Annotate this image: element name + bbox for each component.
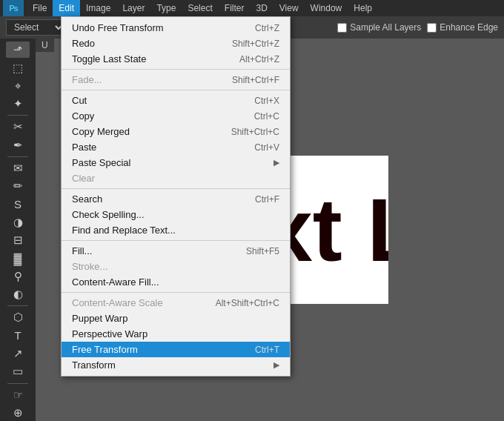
undo-label: Undo Free Transform (72, 22, 164, 33)
clear-label: Clear (72, 173, 95, 184)
tool-stamp[interactable]: S (6, 196, 30, 212)
menubar-item-file[interactable]: File (27, 0, 53, 16)
paste-special-arrow: ▶ (273, 158, 279, 168)
menu-item-find-replace[interactable]: Find and Replace Text... (62, 222, 290, 238)
enhance-edge-label: Enhance Edge (440, 22, 498, 33)
stroke-label: Stroke... (72, 261, 107, 272)
tool-text[interactable]: T (6, 328, 30, 344)
menu-item-check-spelling[interactable]: Check Spelling... (62, 207, 290, 222)
search-shortcut: Ctrl+F (255, 194, 279, 205)
menubar-item-help[interactable]: Help (348, 0, 378, 16)
tool-move[interactable]: ⬏ (6, 42, 30, 58)
tool-eraser[interactable]: ⊟ (6, 232, 30, 248)
transform-arrow: ▶ (273, 360, 279, 370)
menu-item-puppet-warp[interactable]: Puppet Warp (62, 311, 290, 326)
tool-brush[interactable]: ✏ (6, 178, 30, 194)
toggle-last-state-shortcut: Alt+Ctrl+Z (239, 54, 279, 64)
content-aware-scale-shortcut: Alt+Shift+Ctrl+C (216, 298, 279, 308)
menubar-item-window[interactable]: Window (305, 0, 348, 16)
menu-item-transform[interactable]: Transform ▶ (62, 357, 290, 373)
copy-merged-label: Copy Merged (72, 126, 130, 137)
menu-item-free-transform[interactable]: Free Transform Ctrl+T (62, 342, 290, 357)
check-spelling-label: Check Spelling... (72, 209, 145, 220)
tool-history[interactable]: ◑ (6, 214, 30, 231)
menu-item-content-aware-scale: Content-Aware Scale Alt+Shift+Ctrl+C (62, 295, 290, 311)
free-transform-shortcut: Ctrl+T (255, 345, 279, 355)
tool-hand[interactable]: ☞ (6, 386, 30, 402)
menu-item-undo[interactable]: Undo Free Transform Ctrl+Z (62, 20, 290, 36)
content-aware-scale-label: Content-Aware Scale (72, 297, 163, 308)
undo-shortcut: Ctrl+Z (255, 23, 279, 33)
separator-1 (62, 69, 290, 70)
tool-path[interactable]: ↗ (6, 345, 30, 362)
menu-item-copy-merged[interactable]: Copy Merged Shift+Ctrl+C (62, 124, 290, 139)
left-sidebar: ⬏ ⬚ ⌖ ✦ ✂ ✒ ✉ ✏ S ◑ ⊟ ▓ ⚲ ◐ ⬡ T ↗ ▭ ☞ ⊕ (0, 39, 36, 421)
menu-item-stroke: Stroke... (62, 259, 290, 274)
separator-3 (62, 188, 290, 189)
sidebar-divider-2 (7, 156, 28, 157)
copy-label: Copy (72, 110, 94, 122)
cut-label: Cut (72, 95, 87, 106)
tool-gradient[interactable]: ▓ (6, 250, 30, 266)
menubar: Ps File Edit Image Layer Type Select Fil… (0, 0, 504, 16)
search-label: Search (72, 193, 102, 205)
menu-item-toggle-last-state[interactable]: Toggle Last State Alt+Ctrl+Z (62, 51, 290, 67)
tool-marquee[interactable]: ⬚ (6, 59, 30, 76)
menubar-item-3d[interactable]: 3D (250, 0, 273, 16)
menu-item-clear: Clear (62, 170, 290, 186)
menubar-item-select[interactable]: Select (182, 0, 218, 16)
fade-label: Fade... (72, 74, 102, 85)
ps-logo-icon: Ps (3, 0, 24, 16)
fill-label: Fill... (72, 245, 92, 256)
tool-crop[interactable]: ✂ (6, 119, 30, 135)
menu-item-paste-special[interactable]: Paste Special ▶ (62, 155, 290, 170)
menubar-item-image[interactable]: Image (80, 0, 116, 16)
tool-magic-wand[interactable]: ✦ (6, 96, 30, 112)
menubar-item-type[interactable]: Type (150, 0, 182, 16)
tool-shape[interactable]: ▭ (6, 363, 30, 379)
menu-item-cut[interactable]: Cut Ctrl+X (62, 93, 290, 108)
enhance-edge-checkbox[interactable] (427, 23, 437, 33)
separator-2 (62, 90, 290, 90)
free-transform-label: Free Transform (72, 344, 138, 355)
find-replace-label: Find and Replace Text... (72, 225, 176, 236)
menu-item-fade: Fade... Shift+Ctrl+F (62, 72, 290, 87)
toggle-last-state-label: Toggle Last State (72, 53, 146, 64)
sidebar-divider-1 (7, 115, 28, 116)
tool-eyedropper[interactable]: ✒ (6, 137, 30, 153)
menubar-item-edit[interactable]: Edit (53, 0, 80, 16)
menubar-item-layer[interactable]: Layer (116, 0, 150, 16)
menu-item-paste[interactable]: Paste Ctrl+V (62, 139, 290, 155)
paste-shortcut: Ctrl+V (254, 142, 279, 153)
tool-dodge[interactable]: ◐ (6, 286, 30, 302)
menu-item-search[interactable]: Search Ctrl+F (62, 191, 290, 207)
fade-shortcut: Shift+Ctrl+F (232, 75, 279, 85)
sample-all-layers-label: Sample All Layers (350, 22, 421, 33)
tool-lasso[interactable]: ⌖ (6, 78, 30, 94)
edit-dropdown-menu: Undo Free Transform Ctrl+Z Redo Shift+Ct… (61, 16, 291, 377)
tool-blur[interactable]: ⚲ (6, 268, 30, 285)
menubar-item-filter[interactable]: Filter (219, 0, 251, 16)
enhance-edge-group: Enhance Edge (427, 22, 498, 33)
menu-item-perspective-warp[interactable]: Perspective Warp (62, 326, 290, 342)
separator-5 (62, 292, 290, 293)
paste-special-label: Paste Special (72, 157, 131, 168)
tool-zoom[interactable]: ⊕ (6, 405, 30, 421)
sidebar-divider-3 (7, 305, 28, 306)
menu-item-content-aware-fill[interactable]: Content-Aware Fill... (62, 274, 290, 290)
menubar-item-view[interactable]: View (273, 0, 305, 16)
select-dropdown[interactable]: Select (6, 19, 65, 36)
menu-item-redo[interactable]: Redo Shift+Ctrl+Z (62, 36, 290, 51)
puppet-warp-label: Puppet Warp (72, 313, 127, 324)
tool-pen[interactable]: ⬡ (6, 309, 30, 325)
copy-shortcut: Ctrl+C (254, 111, 279, 122)
copy-merged-shortcut: Shift+Ctrl+C (231, 127, 279, 137)
sample-all-layers-checkbox[interactable] (337, 23, 347, 33)
canvas-tab[interactable]: U (36, 39, 55, 52)
perspective-warp-label: Perspective Warp (72, 328, 147, 339)
menu-item-copy[interactable]: Copy Ctrl+C (62, 108, 290, 124)
transform-label: Transform (72, 359, 116, 371)
separator-4 (62, 240, 290, 241)
menu-item-fill[interactable]: Fill... Shift+F5 (62, 243, 290, 259)
tool-patch[interactable]: ✉ (6, 160, 30, 176)
